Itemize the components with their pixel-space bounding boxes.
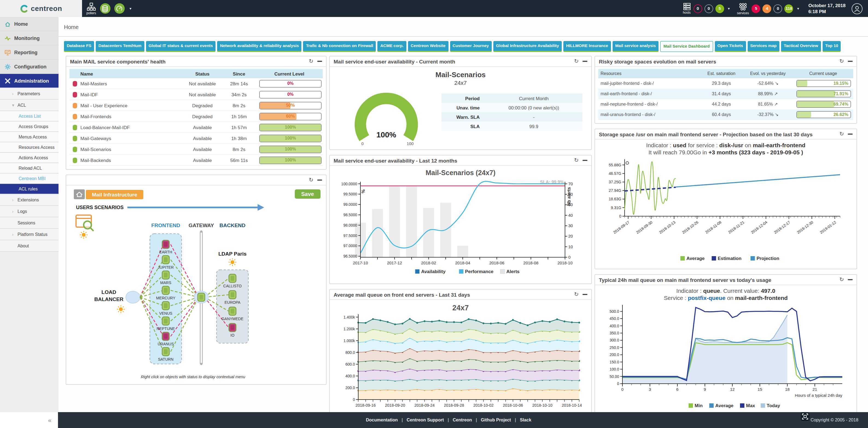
service-name[interactable]: Mail-Frontends — [81, 114, 183, 119]
tab-database-fs[interactable]: Database FS — [64, 41, 94, 52]
hosts-badge[interactable]: 0 — [705, 4, 713, 13]
tab-centreon-website[interactable]: Centreon Website — [408, 41, 448, 52]
resource-name[interactable]: mail-jupiter-frontend - disk-/ — [598, 81, 700, 86]
service-name[interactable]: Load-Balancer-Mail-IDF — [81, 124, 183, 130]
resource-name[interactable]: mail-uranus-frontend - disk-/ — [598, 112, 700, 117]
tab-top-10[interactable]: Top 10 — [823, 41, 841, 52]
refresh-icon[interactable]: ↻ — [574, 158, 579, 163]
sidebar-item-home[interactable]: Home — [0, 17, 59, 31]
sidebar-item-parameters[interactable]: ›Parameters — [0, 88, 59, 99]
pollers-chevron-icon[interactable]: ▾ — [129, 6, 131, 11]
sidebar-item-configuration[interactable]: Configuration — [0, 60, 59, 74]
service-name[interactable]: Mail-Scenarios — [81, 146, 183, 152]
node-gateway[interactable] — [198, 293, 205, 301]
sidebar-item-monitoring[interactable]: Monitoring — [0, 31, 59, 46]
footer-link-github-project[interactable]: Github Project — [481, 418, 511, 423]
svg-text:NEPTUNE: NEPTUNE — [157, 326, 175, 331]
sidebar-item-extensions[interactable]: ›Extensions — [0, 194, 59, 206]
refresh-icon[interactable]: ↻ — [574, 59, 579, 64]
latency-status-icon[interactable] — [114, 3, 124, 14]
services-badge[interactable]: 0 — [774, 4, 782, 13]
sidebar-item-administration[interactable]: Administration — [0, 74, 59, 88]
minimize-icon[interactable] — [583, 61, 587, 62]
sidebar-item-actions-access[interactable]: Actions Access — [0, 153, 59, 163]
tab-global-infrastructure-availability[interactable]: Global Infrastructure Availability — [493, 41, 562, 52]
services-badge[interactable]: 5 — [752, 4, 761, 13]
sidebar-item-resources-access[interactable]: Resources Access — [0, 142, 59, 153]
refresh-icon[interactable]: ↻ — [574, 292, 579, 297]
service-name[interactable]: Mail-Masters — [81, 81, 183, 86]
sidebar-item-acl[interactable]: ▾ACL — [0, 99, 59, 111]
footer-link-centreon[interactable]: Centreon — [453, 418, 472, 423]
minimize-icon[interactable] — [317, 61, 322, 62]
minimize-icon[interactable] — [583, 160, 587, 161]
centreon-logo[interactable]: centreon — [0, 0, 82, 17]
resource-name[interactable]: mail-neptune-frontend - disk-/ — [598, 102, 700, 107]
save-button[interactable]: Save — [294, 189, 320, 199]
minimize-icon[interactable] — [848, 279, 853, 281]
resource-name[interactable]: mail-earth-frontend - disk-/ — [598, 91, 700, 96]
hosts-chevron-icon[interactable]: ▾ — [728, 6, 730, 11]
svg-text:18.63G: 18.63G — [609, 197, 621, 201]
table-row: Mail-FrontendsDegraded1h 16m60% — [69, 111, 323, 122]
sidebar-item-reload-acl[interactable]: Reload ACL — [0, 163, 59, 173]
tab-network-availability-reliability-analysis[interactable]: Network availability & reliability analy… — [217, 41, 301, 52]
sidebar-item-acl-rules[interactable]: ACL rules — [0, 184, 59, 194]
sidebar-item-access-groups[interactable]: Access Groups — [0, 121, 59, 132]
tab-tactical-overview[interactable]: Tactical Overview — [781, 41, 821, 52]
database-status-icon[interactable] — [100, 3, 110, 14]
service-name[interactable]: Mail - User Experience — [81, 103, 183, 108]
refresh-icon[interactable]: ↻ — [839, 131, 844, 137]
info-label: Period — [441, 95, 485, 101]
footer-link-centreon-support[interactable]: Centreon Support — [407, 418, 444, 423]
tab-mail-service-analysis[interactable]: Mail service analysis — [613, 41, 658, 52]
services-status[interactable]: services — [737, 0, 749, 17]
minimize-icon[interactable] — [848, 61, 853, 62]
minimize-icon[interactable] — [583, 294, 587, 295]
service-name[interactable]: Mail-Gateways — [81, 136, 183, 141]
breadcrumb[interactable]: Home — [59, 17, 868, 37]
hosts-status[interactable]: hosts — [683, 0, 691, 17]
tab-mail-service-dashboard[interactable]: Mail Service Dashboard — [660, 41, 713, 52]
tab-global-it-status-current-events[interactable]: Global IT status & current events — [146, 41, 216, 52]
collapse-sidebar-icon[interactable]: « — [48, 417, 52, 423]
svg-text:99.0000: 99.0000 — [343, 202, 357, 207]
services-badge[interactable]: 4 — [763, 4, 772, 13]
sidebar-item-centreon-mbi[interactable]: Centreon MBI — [0, 173, 59, 184]
tab-trafic-nb-connection-on-firewall[interactable]: Trafic & Nb connection on Firewall — [303, 41, 376, 52]
svg-text:2019-01-12: 2019-01-12 — [819, 220, 837, 234]
refresh-icon[interactable]: ↻ — [839, 59, 844, 64]
refresh-icon[interactable]: ↻ — [309, 177, 313, 183]
refresh-icon[interactable]: ↻ — [839, 277, 844, 282]
sidebar-item-logs[interactable]: ›Logs — [0, 206, 59, 217]
minimize-icon[interactable] — [848, 134, 853, 135]
user-avatar[interactable] — [851, 3, 863, 14]
heading-segment: mail-earth-frontend — [735, 294, 788, 301]
footer-link-slack[interactable]: Slack — [520, 418, 531, 423]
tab-customer-journey[interactable]: Customer Journey — [450, 41, 492, 52]
load-balancer-node[interactable] — [126, 291, 140, 303]
tab-datacenters-tem-hum[interactable]: Datacenters Tem/Hum — [96, 41, 144, 52]
services-chevron-icon[interactable]: ▾ — [797, 6, 799, 11]
service-name[interactable]: Mail-Backends — [81, 158, 183, 163]
hosts-badge[interactable]: 5 — [715, 4, 724, 13]
sidebar-item-access-list[interactable]: Access List — [0, 111, 59, 121]
sidebar-item-about[interactable]: About — [0, 240, 59, 252]
service-name[interactable]: Mail-IDF — [81, 92, 183, 97]
fullscreen-button[interactable] — [801, 412, 809, 421]
pollers-status[interactable]: pollers — [86, 0, 96, 17]
tab-hillmore-insurance[interactable]: HILLMORE Insurance — [563, 41, 611, 52]
minimize-icon[interactable] — [317, 179, 322, 181]
refresh-icon[interactable]: ↻ — [309, 59, 313, 64]
tab-acme-corp-[interactable]: ACME corp. — [378, 41, 406, 52]
sidebar-item-label: Configuration — [14, 64, 46, 69]
sidebar-item-platform-status[interactable]: ›Platform Status — [0, 229, 59, 240]
footer-link-documentation[interactable]: Documentation — [366, 418, 398, 423]
sidebar-item-reporting[interactable]: Reporting — [0, 46, 59, 60]
hosts-badge[interactable]: 0 — [693, 4, 702, 13]
services-badge[interactable]: 118 — [784, 4, 793, 13]
tab-services-map[interactable]: Services map — [747, 41, 779, 52]
tab-open-tickets[interactable]: Open Tickets — [715, 41, 746, 52]
sidebar-item-menus-access[interactable]: Menus Access — [0, 132, 59, 142]
sidebar-item-sessions[interactable]: Sessions — [0, 217, 59, 229]
